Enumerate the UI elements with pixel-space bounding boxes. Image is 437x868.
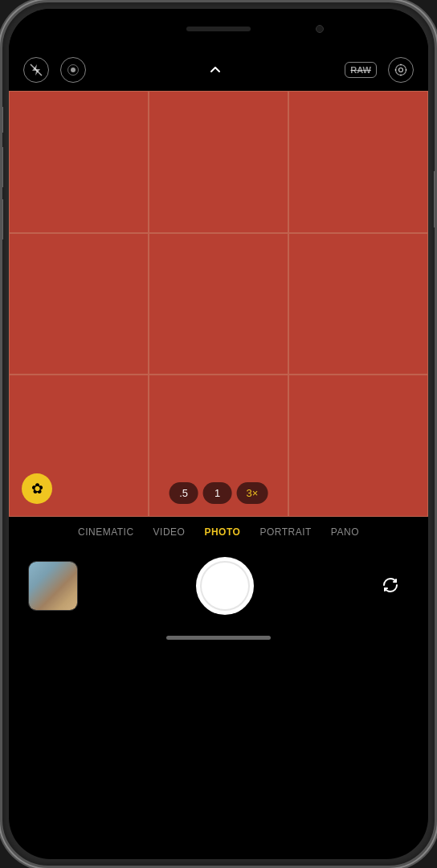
mode-photo[interactable]: PHOTO xyxy=(204,526,240,538)
settings-button[interactable] xyxy=(388,57,414,83)
mode-pano[interactable]: PANO xyxy=(331,526,359,538)
mode-video[interactable]: VIDEO xyxy=(153,526,186,538)
bottom-controls xyxy=(9,546,428,631)
speaker xyxy=(186,27,251,31)
svg-point-1 xyxy=(71,68,76,72)
macro-button[interactable]: ✿ xyxy=(22,473,52,504)
zoom-controls: .5 1 3× xyxy=(169,482,268,504)
grid-cell xyxy=(288,375,428,517)
grid-cell xyxy=(149,91,288,233)
volume-down-button[interactable] xyxy=(0,199,3,240)
shutter-inner xyxy=(200,561,250,611)
zoom-0.5-button[interactable]: .5 xyxy=(169,482,198,504)
thumbnail-image xyxy=(29,562,77,610)
shutter-button[interactable] xyxy=(196,557,254,615)
silent-switch[interactable] xyxy=(0,107,3,133)
grid-overlay xyxy=(9,91,428,517)
photo-thumbnail[interactable] xyxy=(28,561,78,611)
svg-point-4 xyxy=(395,65,406,76)
raw-button[interactable]: RAW xyxy=(345,62,377,78)
svg-point-8 xyxy=(405,69,406,71)
top-left-controls xyxy=(23,57,86,83)
front-camera xyxy=(316,25,324,33)
top-right-controls: RAW xyxy=(345,57,414,83)
macro-icon: ✿ xyxy=(31,480,43,497)
viewfinder[interactable]: ✿ .5 1 3× xyxy=(9,91,428,517)
home-indicator-area xyxy=(9,631,428,651)
svg-point-7 xyxy=(394,69,396,71)
mode-selector: CINEMATIC VIDEO PHOTO PORTRAIT PANO xyxy=(9,517,428,546)
home-bar[interactable] xyxy=(166,636,271,640)
mode-cinematic[interactable]: CINEMATIC xyxy=(78,526,134,538)
zoom-1x-button[interactable]: 1 xyxy=(203,482,232,504)
grid-cell xyxy=(9,233,149,375)
flash-button[interactable] xyxy=(23,57,49,83)
grid-cell xyxy=(149,233,288,375)
volume-up-button[interactable] xyxy=(0,147,3,187)
phone-screen: RAW xyxy=(9,9,428,859)
power-button[interactable] xyxy=(434,171,437,227)
camera-top-controls: RAW xyxy=(9,49,428,91)
live-photo-button[interactable] xyxy=(60,57,86,83)
zoom-3x-button[interactable]: 3× xyxy=(237,482,268,504)
mode-portrait[interactable]: PORTRAIT xyxy=(259,526,311,538)
top-bar xyxy=(9,9,428,49)
svg-point-5 xyxy=(400,64,402,66)
grid-cell xyxy=(288,233,428,375)
expand-controls-button[interactable] xyxy=(202,57,228,83)
flip-camera-button[interactable] xyxy=(372,567,409,604)
phone-frame: RAW xyxy=(0,0,437,868)
svg-point-6 xyxy=(400,75,402,76)
grid-cell xyxy=(9,91,149,233)
grid-cell xyxy=(288,91,428,233)
svg-point-3 xyxy=(398,68,402,72)
